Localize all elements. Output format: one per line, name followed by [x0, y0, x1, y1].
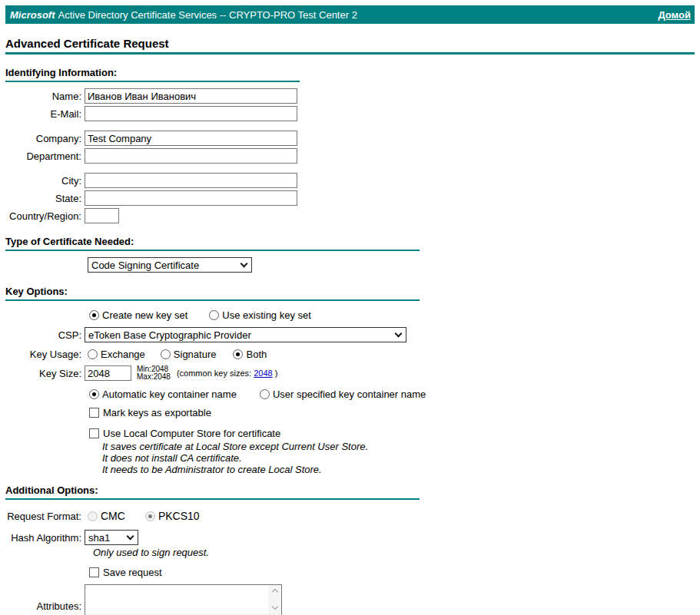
- common-key-size-link[interactable]: 2048: [254, 369, 272, 378]
- key-options-heading: Key Options:: [5, 286, 420, 301]
- country-input[interactable]: [85, 208, 119, 223]
- create-key-set-radio[interactable]: [89, 310, 99, 320]
- local-store-note-3: It needs to be Administrator to create L…: [102, 464, 695, 475]
- signature-radio[interactable]: [161, 349, 171, 359]
- common-key-sizes-suffix: ): [275, 369, 278, 378]
- country-row: Country/Region:: [5, 208, 695, 223]
- local-store-note-2: It does not install CA certificate.: [102, 452, 695, 464]
- scroll-down-icon[interactable]: [271, 603, 277, 610]
- company-row: Company:: [5, 131, 695, 146]
- request-format-label: Request Format:: [5, 511, 85, 522]
- identifying-heading: Identifying Information:: [5, 67, 300, 82]
- cert-type-heading: Type of Certificate Needed:: [5, 236, 420, 251]
- existing-key-set-radio[interactable]: [209, 310, 219, 320]
- exchange-label: Exchange: [101, 349, 145, 360]
- email-input[interactable]: [85, 106, 297, 121]
- key-usage-exchange-option[interactable]: Exchange: [88, 349, 145, 360]
- chevron-down-icon: [395, 330, 403, 338]
- user-container-label: User specified key container name: [273, 389, 426, 400]
- department-row: Department:: [5, 148, 695, 164]
- home-link[interactable]: Домой: [658, 9, 691, 21]
- local-store-notes: It saves certificate at Local Store exce…: [102, 441, 695, 475]
- auto-container-radio[interactable]: [89, 389, 99, 399]
- state-input[interactable]: [85, 190, 297, 206]
- city-label: City:: [5, 175, 85, 187]
- key-size-input[interactable]: [85, 365, 131, 381]
- signature-label: Signature: [174, 349, 217, 360]
- scroll-up-icon[interactable]: [271, 589, 277, 595]
- key-size-label: Key Size:: [5, 368, 85, 379]
- csp-select[interactable]: eToken Base Cryptographic Provider: [85, 327, 406, 342]
- title-rule: [5, 52, 695, 55]
- csp-selected: eToken Base Cryptographic Provider: [88, 329, 251, 341]
- company-label: Company:: [5, 133, 85, 144]
- city-row: City:: [5, 173, 695, 188]
- local-store-checkbox[interactable]: [89, 428, 99, 438]
- common-key-sizes-prefix: (common key sizes:: [177, 369, 251, 378]
- key-usage-both-option[interactable]: Both: [233, 349, 267, 360]
- save-request-option[interactable]: Save request: [89, 567, 162, 578]
- save-request-checkbox[interactable]: [89, 567, 99, 577]
- existing-key-set-label: Use existing key set: [222, 309, 311, 321]
- state-row: State:: [5, 190, 695, 206]
- both-label: Both: [246, 349, 267, 360]
- key-size-row: Key Size: Min:2048 Max:2048 (common key …: [5, 365, 695, 381]
- user-container-radio[interactable]: [260, 389, 270, 399]
- topbar: MicrosoftActive Directory Certificate Se…: [5, 5, 695, 24]
- both-radio[interactable]: [233, 349, 243, 359]
- cmc-label: CMC: [101, 510, 125, 522]
- cmc-option[interactable]: CMC: [88, 510, 125, 522]
- name-label: Name:: [5, 91, 85, 102]
- company-input[interactable]: [85, 131, 297, 146]
- key-usage-label: Key Usage:: [5, 349, 85, 360]
- vertical-scrollbar[interactable]: [268, 585, 281, 613]
- attributes-label: Attributes:: [5, 600, 85, 612]
- attributes-textarea[interactable]: [85, 584, 282, 615]
- exchange-radio[interactable]: [88, 349, 98, 359]
- common-key-sizes: (common key sizes: 2048 ): [177, 369, 277, 378]
- user-container-option[interactable]: User specified key container name: [260, 389, 426, 400]
- request-format-row: Request Format: CMC PKCS10: [5, 510, 695, 522]
- email-label: E-Mail:: [5, 108, 85, 120]
- brand-text: Microsoft: [10, 9, 55, 21]
- chevron-down-icon: [241, 260, 248, 268]
- local-store-row: Use Local Computer Store for certificate: [5, 428, 695, 439]
- existing-key-set-option[interactable]: Use existing key set: [209, 309, 311, 321]
- name-input[interactable]: [85, 88, 297, 104]
- additional-options-heading: Additional Options:: [5, 484, 420, 500]
- chevron-down-icon: [127, 533, 134, 541]
- exportable-row: Mark keys as exportable: [5, 407, 695, 418]
- department-input[interactable]: [85, 148, 297, 164]
- country-label: Country/Region:: [5, 210, 85, 222]
- hash-selected: sha1: [88, 532, 110, 544]
- exportable-checkbox[interactable]: [89, 408, 99, 418]
- topbar-title: MicrosoftActive Directory Certificate Se…: [10, 9, 357, 21]
- app-title: Active Directory Certificate Services --…: [58, 9, 357, 21]
- auto-container-label: Automatic key container name: [102, 389, 237, 400]
- department-label: Department:: [5, 150, 85, 162]
- pkcs10-option[interactable]: PKCS10: [145, 510, 200, 522]
- pkcs10-radio[interactable]: [145, 511, 155, 521]
- key-size-minmax: Min:2048 Max:2048: [137, 365, 171, 381]
- hash-row: Hash Algorithm: sha1: [5, 530, 695, 545]
- hash-label: Hash Algorithm:: [5, 532, 85, 544]
- hash-note: Only used to sign request.: [93, 547, 695, 558]
- csp-label: CSP:: [5, 329, 85, 341]
- cert-type-selected: Code Signing Certificate: [91, 260, 199, 271]
- exportable-option[interactable]: Mark keys as exportable: [89, 407, 211, 418]
- create-key-set-label: Create new key set: [102, 309, 187, 321]
- pkcs10-label: PKCS10: [158, 510, 200, 522]
- auto-container-option[interactable]: Automatic key container name: [89, 389, 237, 400]
- cert-type-select[interactable]: Code Signing Certificate: [88, 257, 252, 273]
- key-usage-signature-option[interactable]: Signature: [161, 349, 217, 360]
- city-input[interactable]: [85, 173, 297, 188]
- local-store-label: Use Local Computer Store for certificate: [103, 428, 280, 439]
- cmc-radio[interactable]: [88, 511, 98, 521]
- hash-select[interactable]: sha1: [85, 530, 138, 545]
- name-row: Name:: [5, 88, 695, 104]
- local-store-option[interactable]: Use Local Computer Store for certificate: [89, 428, 280, 439]
- key-usage-row: Key Usage: Exchange Signature Both: [5, 349, 695, 360]
- create-key-set-option[interactable]: Create new key set: [89, 309, 187, 321]
- key-size-max: Max:2048: [137, 373, 171, 381]
- local-store-note-1: It saves certificate at Local Store exce…: [102, 441, 695, 452]
